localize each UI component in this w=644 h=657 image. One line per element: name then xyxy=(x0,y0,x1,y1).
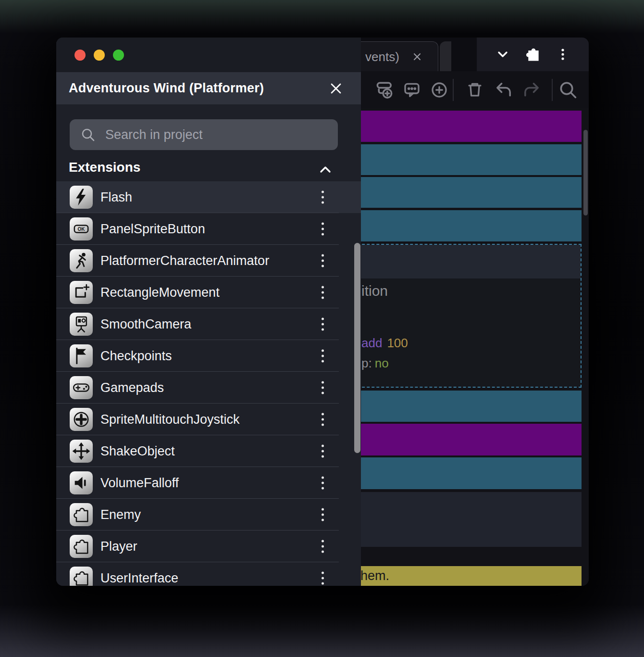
trash-icon[interactable] xyxy=(465,80,485,100)
extension-row[interactable]: Flash xyxy=(56,181,361,213)
kebab-menu-icon[interactable] xyxy=(555,46,571,63)
extension-label: RectangleMovement xyxy=(100,285,220,300)
puzzle-icon xyxy=(70,567,93,586)
event-block[interactable] xyxy=(323,144,582,175)
event-actions-area: itionadd100p:no xyxy=(324,278,581,387)
extension-label: Flash xyxy=(100,190,132,205)
kebab-menu-icon[interactable] xyxy=(320,348,326,365)
toolbar-divider xyxy=(552,79,553,101)
extension-label: Enemy xyxy=(100,507,141,522)
macos-titlebar xyxy=(56,38,361,72)
event-block[interactable] xyxy=(323,457,582,489)
event-conditions-area xyxy=(324,245,581,278)
kebab-menu-icon[interactable] xyxy=(320,506,326,523)
extension-row[interactable]: VolumeFalloff xyxy=(56,467,361,499)
flash-icon xyxy=(70,186,93,209)
extension-label: SpriteMultitouchJoystick xyxy=(100,412,240,427)
extension-row[interactable]: Gamepads xyxy=(56,372,361,404)
puzzle-icon xyxy=(70,503,93,526)
tab-label: vents) xyxy=(365,50,399,64)
extension-label: ShakeObject xyxy=(100,444,175,459)
search-input[interactable] xyxy=(104,127,338,143)
tab-close-icon[interactable] xyxy=(412,51,422,62)
extension-label: VolumeFalloff xyxy=(100,476,179,491)
event-param-text: p:no xyxy=(361,356,389,371)
extensions-list: FlashOKPanelSpriteButtonPlatformerCharac… xyxy=(56,181,361,586)
extension-row[interactable]: UserInterface xyxy=(56,562,361,586)
extension-row[interactable]: SpriteMultitouchJoystick xyxy=(56,404,361,435)
traffic-lights xyxy=(74,50,124,61)
redo-icon[interactable] xyxy=(521,79,542,101)
undo-icon[interactable] xyxy=(493,79,514,101)
camera-stand-icon xyxy=(70,313,93,336)
ok-button-icon: OK xyxy=(70,217,93,240)
comment-block[interactable]: hem. xyxy=(323,566,582,586)
extension-label: Checkpoints xyxy=(100,349,172,364)
extension-row[interactable]: Enemy xyxy=(56,499,361,531)
speaker-icon xyxy=(70,471,93,494)
event-block[interactable] xyxy=(323,210,582,241)
minimize-window-button[interactable] xyxy=(94,50,105,61)
selected-event-block[interactable]: itionadd100p:no xyxy=(323,244,582,388)
kebab-menu-icon[interactable] xyxy=(320,379,326,396)
close-window-button[interactable] xyxy=(74,50,86,61)
kebab-menu-icon[interactable] xyxy=(320,221,326,238)
project-search[interactable] xyxy=(70,119,338,150)
puzzle-icon xyxy=(70,535,93,558)
svg-text:OK: OK xyxy=(78,227,86,232)
comment-icon[interactable] xyxy=(402,80,422,100)
extension-row[interactable]: Player xyxy=(56,531,361,562)
events-scrollbar[interactable] xyxy=(583,130,588,215)
project-title: Adventurous Wind (Platformer) xyxy=(69,81,264,96)
extension-label: Gamepads xyxy=(100,380,164,395)
app-window: vents) xyxy=(56,38,589,586)
kebab-menu-icon[interactable] xyxy=(320,411,326,428)
extension-row[interactable]: Checkpoints xyxy=(56,340,361,372)
comment-text: hem. xyxy=(360,569,389,583)
event-block[interactable] xyxy=(323,177,582,208)
kebab-menu-icon[interactable] xyxy=(320,443,326,460)
search-icon[interactable] xyxy=(557,79,579,101)
extension-row[interactable]: ShakeObject xyxy=(56,435,361,467)
extension-row[interactable]: OKPanelSpriteButton xyxy=(56,213,361,245)
event-block[interactable] xyxy=(323,492,582,547)
runner-icon xyxy=(70,249,93,272)
extension-label: PlatformerCharacterAnimator xyxy=(100,253,269,268)
kebab-menu-icon[interactable] xyxy=(320,189,326,206)
joystick-icon xyxy=(70,408,93,431)
extensions-section-header[interactable]: Extensions xyxy=(56,159,361,181)
event-block[interactable] xyxy=(323,424,582,455)
close-panel-icon[interactable] xyxy=(328,81,344,96)
add-circle-icon[interactable] xyxy=(429,80,449,100)
panel-header: Adventurous Wind (Platformer) xyxy=(56,72,361,104)
fullscreen-window-button[interactable] xyxy=(113,50,124,61)
extension-label: Player xyxy=(100,539,137,554)
project-manager-panel: Adventurous Wind (Platformer) Extensions… xyxy=(56,38,361,586)
section-label: Extensions xyxy=(69,160,140,175)
window-menu-cluster xyxy=(477,38,589,71)
extension-puzzle-icon[interactable] xyxy=(523,45,542,63)
kebab-menu-icon[interactable] xyxy=(320,253,326,269)
extension-label: SmoothCamera xyxy=(100,317,191,332)
flag-icon xyxy=(70,344,93,367)
rectangle-plus-icon xyxy=(70,281,93,304)
toolbar-divider xyxy=(453,79,454,101)
kebab-menu-icon[interactable] xyxy=(320,284,326,301)
move-arrows-icon xyxy=(70,440,93,463)
kebab-menu-icon[interactable] xyxy=(320,316,326,333)
kebab-menu-icon[interactable] xyxy=(320,538,326,555)
chevron-up-icon[interactable] xyxy=(317,162,334,178)
add-subevent-icon[interactable] xyxy=(374,79,395,101)
gamepad-icon xyxy=(70,376,93,399)
event-block[interactable] xyxy=(323,111,582,142)
kebab-menu-icon[interactable] xyxy=(320,570,326,586)
kebab-menu-icon[interactable] xyxy=(320,475,326,492)
event-block[interactable] xyxy=(323,391,582,422)
extension-row[interactable]: RectangleMovement xyxy=(56,277,361,308)
panel-scrollbar[interactable] xyxy=(354,243,360,453)
extension-row[interactable]: SmoothCamera xyxy=(56,308,361,340)
chevron-down-icon[interactable] xyxy=(495,46,511,63)
extension-row[interactable]: PlatformerCharacterAnimator xyxy=(56,245,361,277)
next-tab-edge[interactable] xyxy=(440,41,451,71)
event-action-text: add100 xyxy=(361,336,408,351)
